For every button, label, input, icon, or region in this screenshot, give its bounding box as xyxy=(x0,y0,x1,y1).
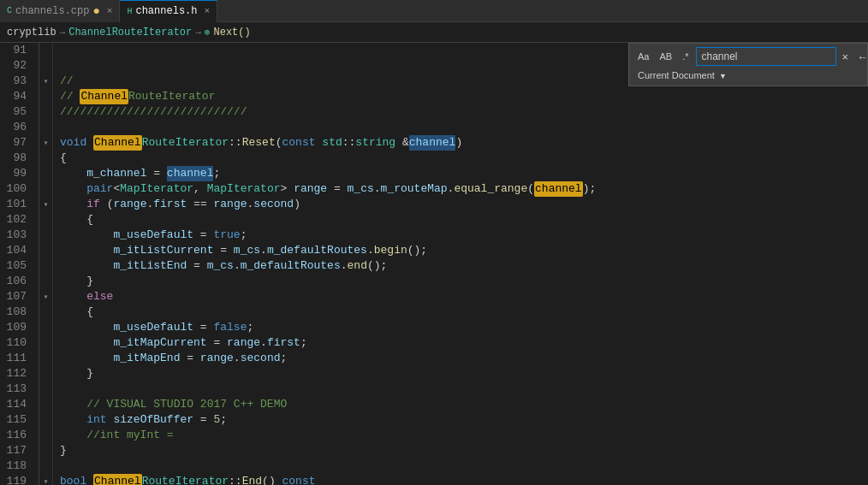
code-line-108: { xyxy=(60,305,868,320)
code-line-109: m_useDefault = false; xyxy=(60,320,868,335)
code-line-106: } xyxy=(60,274,868,289)
search-input[interactable] xyxy=(696,47,836,66)
fold-95 xyxy=(39,104,52,120)
fold-114 xyxy=(39,397,52,412)
code-line-95: //////////////////////////// xyxy=(60,104,868,120)
fold-92 xyxy=(39,58,52,74)
fold-118 xyxy=(39,458,52,474)
line-num-117: 117 xyxy=(0,443,32,458)
line-num-96: 96 xyxy=(0,120,32,135)
search-close-button[interactable]: × xyxy=(840,50,852,64)
fold-111 xyxy=(39,351,52,366)
ide-window: C channels.cpp ● × H channels.h × cryptl… xyxy=(0,0,868,485)
code-line-98: { xyxy=(60,151,868,166)
line-num-105: 105 xyxy=(0,258,32,274)
code-line-102: { xyxy=(60,212,868,228)
line-num-104: 104 xyxy=(0,243,32,258)
breadcrumb-function[interactable]: Next() xyxy=(213,27,250,38)
line-num-103: 103 xyxy=(0,228,32,243)
code-line-96 xyxy=(60,120,868,135)
line-num-93: 93 xyxy=(0,74,32,89)
search-options-regex[interactable]: .* xyxy=(679,50,692,62)
fold-109 xyxy=(39,320,52,335)
search-options-ab[interactable]: AB xyxy=(656,50,675,62)
breadcrumb-fn-icon: ⊕ xyxy=(205,27,211,38)
code-line-114: // VISUAL STUDIO 2017 C++ DEMO xyxy=(60,397,868,412)
line-num-106: 106 xyxy=(0,274,32,289)
fold-112 xyxy=(39,366,52,381)
fold-106 xyxy=(39,274,52,289)
code-line-99: m_channel = channel; xyxy=(60,166,868,181)
line-numbers: 91 92 93 94 95 96 97 98 99 100 101 102 1… xyxy=(0,43,39,485)
tab-channels-h[interactable]: H channels.h × xyxy=(120,0,217,22)
prev-arrow-icon: ← xyxy=(857,50,868,63)
fold-103 xyxy=(39,228,52,243)
line-num-99: 99 xyxy=(0,166,32,181)
fold-102 xyxy=(39,212,52,228)
fold-110 xyxy=(39,335,52,351)
line-num-108: 108 xyxy=(0,305,32,320)
close-tab-cpp[interactable]: × xyxy=(107,6,113,16)
search-panel: Aa AB .* × ← → xyxy=(628,43,868,86)
breadcrumb-class[interactable]: ChannelRouteIterator xyxy=(68,27,192,38)
line-num-109: 109 xyxy=(0,320,32,335)
fold-96 xyxy=(39,120,52,135)
line-num-115: 115 xyxy=(0,412,32,428)
line-num-113: 113 xyxy=(0,381,32,397)
fold-97[interactable]: ▾ xyxy=(39,135,52,151)
code-line-103: m_useDefault = true; xyxy=(60,228,868,243)
fold-94 xyxy=(39,89,52,104)
fold-108 xyxy=(39,305,52,320)
line-num-112: 112 xyxy=(0,366,32,381)
code-line-119: bool ChannelRouteIterator::End() const xyxy=(60,474,868,485)
fold-119[interactable]: ▾ xyxy=(39,474,52,485)
line-num-95: 95 xyxy=(0,104,32,120)
search-scope-dropdown[interactable]: Current Document ▼ xyxy=(634,68,730,82)
search-options-aa[interactable]: Aa xyxy=(634,50,652,62)
code-line-111: m_itMapEnd = range.second; xyxy=(60,351,868,366)
code-line-100: pair<MapIterator, MapIterator> range = m… xyxy=(60,181,868,197)
code-line-104: m_itListCurrent = m_cs.m_defaultRoutes.b… xyxy=(60,243,868,258)
close-search-icon: × xyxy=(842,50,849,63)
fold-115 xyxy=(39,412,52,428)
drag-handle[interactable] xyxy=(627,44,632,86)
search-row: Aa AB .* × ← → xyxy=(634,47,862,66)
fold-113 xyxy=(39,381,52,397)
breadcrumb-bar: cryptlib → ChannelRouteIterator → ⊕ Next… xyxy=(0,22,868,43)
search-scope-row: Current Document ▼ xyxy=(634,68,862,82)
code-line-112: } xyxy=(60,366,868,381)
tab-label-cpp: channels.cpp xyxy=(15,5,89,17)
scope-dropdown-icon: ▼ xyxy=(719,72,727,80)
fold-104 xyxy=(39,243,52,258)
tab-channels-cpp[interactable]: C channels.cpp ● × xyxy=(0,0,120,22)
fold-98 xyxy=(39,151,52,166)
line-num-114: 114 xyxy=(0,397,32,412)
breadcrumb-arrow-icon: → xyxy=(60,27,66,38)
fold-105 xyxy=(39,258,52,274)
fold-93[interactable]: ▾ xyxy=(39,74,52,89)
code-line-97: void ChannelRouteIterator::Reset(const s… xyxy=(60,135,868,151)
breadcrumb-file[interactable]: cryptlib xyxy=(7,27,56,38)
code-line-101: if (range.first == range.second) xyxy=(60,197,868,212)
fold-91 xyxy=(39,43,52,58)
tab-bar: C channels.cpp ● × H channels.h × xyxy=(0,0,868,22)
scope-label: Current Document xyxy=(638,70,715,80)
close-tab-h[interactable]: × xyxy=(204,6,210,16)
line-num-100: 100 xyxy=(0,181,32,197)
line-num-94: 94 xyxy=(0,89,32,104)
code-line-117: } xyxy=(60,443,868,458)
tab-label-h: channels.h xyxy=(135,5,197,17)
h-file-icon: H xyxy=(127,7,132,16)
fold-101[interactable]: ▾ xyxy=(39,197,52,212)
code-line-105: m_itListEnd = m_cs.m_defaultRoutes.end()… xyxy=(60,258,868,274)
code-line-118 xyxy=(60,458,868,474)
line-num-107: 107 xyxy=(0,289,32,305)
code-editor[interactable]: // // ChannelRouteIterator /////////////… xyxy=(53,43,868,485)
cpp-file-icon: C xyxy=(7,6,12,15)
fold-107[interactable]: ▾ xyxy=(39,289,52,305)
search-prev-button[interactable]: ← xyxy=(854,50,868,64)
code-line-116: //int myInt = xyxy=(60,428,868,443)
line-num-116: 116 xyxy=(0,428,32,443)
code-line-113 xyxy=(60,381,868,397)
code-line-107: else xyxy=(60,289,868,305)
